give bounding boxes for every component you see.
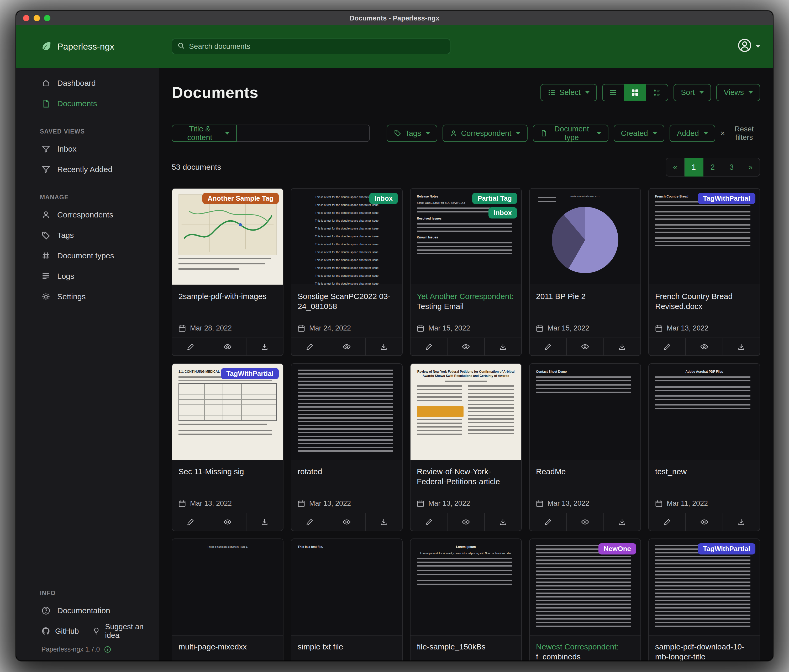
- download-document-button[interactable]: [246, 338, 283, 355]
- document-title[interactable]: Yet Another Correspondent: Testing Email: [417, 291, 515, 311]
- tag-badge[interactable]: Partial Tag: [472, 193, 517, 204]
- user-menu[interactable]: [738, 38, 760, 54]
- document-thumbnail[interactable]: [291, 364, 402, 460]
- sort-button[interactable]: Sort: [674, 84, 711, 101]
- document-card[interactable]: Adobe Acrobat PDF Files test_new Mar 11,…: [648, 363, 760, 531]
- document-card[interactable]: French Country BreadTagWithPartial Frenc…: [648, 188, 760, 356]
- edit-document-button[interactable]: [291, 338, 328, 355]
- grid-view-button[interactable]: [624, 84, 646, 101]
- document-correspondent[interactable]: Yet Another Correspondent:: [417, 292, 514, 301]
- sidebar-item-recently-added[interactable]: Recently Added: [16, 159, 159, 180]
- document-title[interactable]: ReadMe: [536, 467, 634, 476]
- title-content-filter-button[interactable]: Title & content: [172, 124, 237, 142]
- sidebar-item-correspondents[interactable]: Correspondents: [16, 205, 159, 225]
- edit-document-button[interactable]: [410, 338, 447, 355]
- tag-badge[interactable]: Another Sample Tag: [202, 193, 279, 204]
- created-filter-button[interactable]: Created: [614, 124, 664, 142]
- document-thumbnail[interactable]: Lorem ipsumLorem ipsum dolor sit amet, c…: [410, 539, 521, 635]
- document-card[interactable]: NewOne Newest Correspondent: f_combineds: [529, 538, 641, 661]
- close-window-button[interactable]: [23, 15, 29, 21]
- tag-badge[interactable]: Inbox: [369, 193, 398, 204]
- document-card[interactable]: Another Sample Tag 2sample-pdf-with-imag…: [172, 188, 283, 356]
- document-type-filter-button[interactable]: Document type: [533, 124, 608, 142]
- document-card[interactable]: This is a multi page document. Page 1. m…: [172, 538, 283, 661]
- document-title[interactable]: file-sample_150kBs: [417, 642, 515, 652]
- document-card[interactable]: TagWithPartial sample-pdf-download-10-mb…: [648, 538, 760, 661]
- download-document-button[interactable]: [246, 513, 283, 530]
- sidebar-item-tags[interactable]: Tags: [16, 225, 159, 245]
- info-circle-icon[interactable]: [104, 646, 111, 653]
- pagination-page-1[interactable]: 1: [685, 158, 703, 177]
- title-content-filter-input[interactable]: [237, 124, 370, 142]
- global-search[interactable]: [172, 38, 450, 54]
- edit-document-button[interactable]: [649, 338, 685, 355]
- sidebar-item-settings[interactable]: Settings: [16, 287, 159, 307]
- download-document-button[interactable]: [484, 338, 521, 355]
- minimize-window-button[interactable]: [34, 15, 40, 21]
- download-document-button[interactable]: [365, 338, 402, 355]
- document-card[interactable]: Lorem ipsumLorem ipsum dolor sit amet, c…: [410, 538, 522, 661]
- document-correspondent[interactable]: Newest Correspondent:: [536, 642, 619, 651]
- edit-document-button[interactable]: [649, 513, 685, 530]
- download-document-button[interactable]: [484, 513, 521, 530]
- sidebar-item-inbox[interactable]: Inbox: [16, 139, 159, 159]
- document-title[interactable]: 2sample-pdf-with-images: [179, 291, 277, 301]
- document-thumbnail[interactable]: This is a multi page document. Page 1.: [172, 539, 283, 635]
- select-button[interactable]: Select: [540, 84, 597, 101]
- sidebar-item-github[interactable]: GitHub: [42, 627, 79, 635]
- view-document-button[interactable]: [447, 513, 484, 530]
- document-thumbnail[interactable]: Another Sample Tag: [172, 189, 283, 285]
- document-title[interactable]: simple txt file: [298, 642, 396, 652]
- document-thumbnail[interactable]: This is a test file.: [291, 539, 402, 635]
- document-card[interactable]: This is a test file. simple txt file: [291, 538, 402, 661]
- document-thumbnail[interactable]: Contact Sheet Demo: [530, 364, 640, 460]
- edit-document-button[interactable]: [172, 513, 209, 530]
- tag-badge[interactable]: TagWithPartial: [698, 193, 755, 204]
- detail-view-button[interactable]: [646, 84, 668, 101]
- document-thumbnail[interactable]: This is a test for the double space char…: [291, 189, 402, 285]
- zoom-window-button[interactable]: [44, 15, 50, 21]
- document-thumbnail[interactable]: Release NotesSimba ODBC Driver for SQL S…: [410, 189, 521, 285]
- document-title[interactable]: Newest Correspondent: f_combineds: [536, 642, 634, 661]
- download-document-button[interactable]: [723, 338, 760, 355]
- search-input[interactable]: [189, 42, 445, 51]
- document-thumbnail[interactable]: Review of New York Federal Petitions for…: [410, 364, 521, 460]
- added-filter-button[interactable]: Added: [669, 124, 715, 142]
- document-title[interactable]: multi-page-mixedxx: [179, 642, 277, 652]
- pagination-prev-button[interactable]: «: [666, 158, 685, 177]
- list-view-button[interactable]: [602, 84, 624, 101]
- document-title[interactable]: sample-pdf-download-10-mb-longer-title: [655, 642, 753, 661]
- pagination-page-3[interactable]: 3: [722, 158, 741, 177]
- document-card[interactable]: Review of New York Federal Petitions for…: [410, 363, 522, 531]
- document-title[interactable]: rotated: [298, 467, 396, 476]
- document-card[interactable]: Contact Sheet Demo ReadMe Mar 13, 2022: [529, 363, 641, 531]
- sidebar-item-suggest-idea[interactable]: Suggest an idea: [93, 623, 159, 640]
- window-titlebar[interactable]: Documents - Paperless-ngx: [16, 11, 773, 25]
- view-document-button[interactable]: [685, 513, 722, 530]
- view-document-button[interactable]: [328, 513, 365, 530]
- document-title[interactable]: Sec 11-Missing sig: [179, 467, 277, 476]
- view-document-button[interactable]: [209, 338, 246, 355]
- edit-document-button[interactable]: [530, 338, 566, 355]
- document-title[interactable]: French Country Bread Revised.docx: [655, 291, 753, 311]
- tag-badge[interactable]: NewOne: [599, 543, 636, 554]
- sidebar-item-document-types[interactable]: Document types: [16, 245, 159, 266]
- reset-filters-button[interactable]: × Reset filters: [720, 125, 760, 142]
- document-thumbnail[interactable]: Adobe Acrobat PDF Files: [649, 364, 760, 460]
- tag-badge[interactable]: TagWithPartial: [698, 543, 755, 554]
- download-document-button[interactable]: [604, 338, 640, 355]
- view-document-button[interactable]: [685, 338, 722, 355]
- document-title[interactable]: test_new: [655, 467, 753, 476]
- sidebar-item-dashboard[interactable]: Dashboard: [16, 73, 159, 93]
- edit-document-button[interactable]: [291, 513, 328, 530]
- edit-document-button[interactable]: [530, 513, 566, 530]
- view-document-button[interactable]: [566, 338, 603, 355]
- tag-badge[interactable]: TagWithPartial: [221, 368, 279, 379]
- tag-badge[interactable]: Inbox: [489, 207, 517, 218]
- document-thumbnail[interactable]: Patient BP Distribution 2011: [530, 189, 640, 285]
- document-thumbnail[interactable]: 1.1. CONTINUING MEDICAL EDUCATIONTagWith…: [172, 364, 283, 460]
- download-document-button[interactable]: [365, 513, 402, 530]
- view-document-button[interactable]: [447, 338, 484, 355]
- sidebar-item-logs[interactable]: Logs: [16, 266, 159, 287]
- view-document-button[interactable]: [209, 513, 246, 530]
